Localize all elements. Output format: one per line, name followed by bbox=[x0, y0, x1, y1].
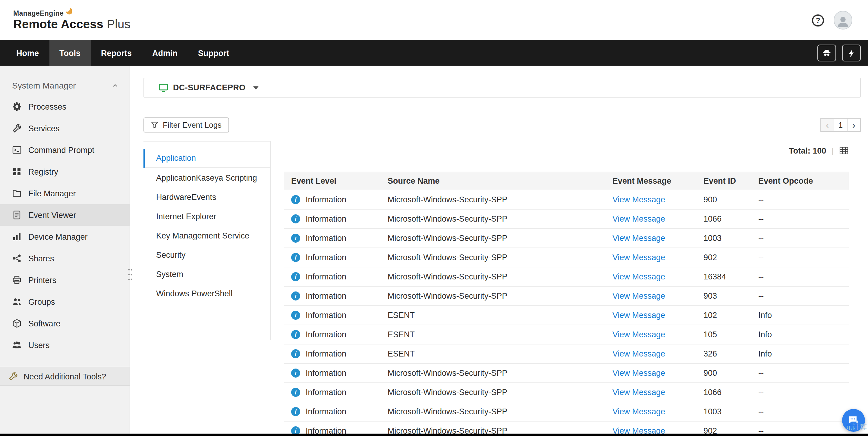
table-row: i Information Microsoft-Windows-Security… bbox=[284, 364, 849, 383]
sidebar-item-software[interactable]: Software bbox=[0, 312, 130, 334]
event-opcode: -- bbox=[751, 292, 849, 301]
category-item-security[interactable]: Security bbox=[144, 245, 270, 264]
bottom-edge bbox=[0, 434, 868, 436]
event-id: 1003 bbox=[696, 407, 751, 416]
view-message-link[interactable]: View Message bbox=[613, 311, 665, 320]
source-name: ESENT bbox=[380, 349, 605, 358]
view-message-link[interactable]: View Message bbox=[613, 272, 665, 281]
sidebar-item-registry[interactable]: Registry bbox=[0, 161, 130, 182]
table-body: i Information Microsoft-Windows-Security… bbox=[284, 190, 849, 436]
event-opcode: -- bbox=[751, 253, 849, 262]
need-additional-tools-label: Need Additional Tools? bbox=[24, 372, 106, 381]
view-message-link[interactable]: View Message bbox=[613, 407, 665, 416]
category-item-key-management-service[interactable]: Key Management Service bbox=[144, 226, 270, 245]
device-name: DC-SURFACEPRO bbox=[173, 83, 246, 92]
next-page-button[interactable]: › bbox=[847, 118, 861, 132]
event-id: 900 bbox=[696, 369, 751, 377]
app-root: ManageEngine Remote Access Plus ? HomeTo… bbox=[0, 0, 868, 436]
event-id: 902 bbox=[696, 253, 751, 262]
main-nav: HomeToolsReportsAdminSupport bbox=[0, 40, 868, 66]
view-message-link[interactable]: View Message bbox=[613, 253, 665, 262]
filter-event-logs-button[interactable]: Filter Event Logs bbox=[144, 118, 229, 133]
sidebar-item-users[interactable]: Users bbox=[0, 334, 130, 356]
view-message-link[interactable]: View Message bbox=[613, 369, 665, 377]
folder-icon bbox=[12, 189, 22, 198]
sidebar-item-command-prompt[interactable]: Command Prompt bbox=[0, 139, 130, 161]
view-message-link[interactable]: View Message bbox=[613, 195, 665, 204]
info-icon: i bbox=[291, 330, 300, 339]
table-view-icon[interactable] bbox=[839, 146, 849, 155]
category-item-applicationkaseya-scripting[interactable]: ApplicationKaseya Scripting bbox=[144, 168, 270, 187]
nav-item-support[interactable]: Support bbox=[188, 40, 240, 66]
event-id: 16384 bbox=[696, 272, 751, 281]
sidebar-item-services[interactable]: Services bbox=[0, 118, 130, 139]
table-row: i Information Microsoft-Windows-Security… bbox=[284, 383, 849, 402]
agent-spy-icon bbox=[822, 48, 831, 58]
sidebar-section-title: System Manager bbox=[12, 81, 76, 90]
total-count: Total: 100 bbox=[789, 146, 826, 155]
view-message-link[interactable]: View Message bbox=[613, 330, 665, 339]
category-item-system[interactable]: System bbox=[144, 264, 270, 283]
info-icon: i bbox=[291, 388, 300, 397]
sidebar-item-processes[interactable]: Processes bbox=[0, 96, 130, 118]
info-icon: i bbox=[291, 349, 300, 358]
sidebar-item-groups[interactable]: Groups bbox=[0, 291, 130, 312]
info-icon: i bbox=[291, 369, 300, 377]
view-message-link[interactable]: View Message bbox=[613, 388, 665, 397]
nav-item-reports[interactable]: Reports bbox=[91, 40, 142, 66]
sidebar-item-shares[interactable]: Shares bbox=[0, 247, 130, 269]
sidebar-item-file-manager[interactable]: File Manager bbox=[0, 182, 130, 204]
table-row: i Information Microsoft-Windows-Security… bbox=[284, 209, 849, 229]
source-name: Microsoft-Windows-Security-SPP bbox=[380, 272, 605, 281]
device-selector[interactable]: DC-SURFACEPRO bbox=[144, 78, 861, 98]
event-opcode: Info bbox=[751, 311, 849, 320]
live-chat-button[interactable] bbox=[842, 409, 865, 432]
lightning-bolt-icon bbox=[847, 48, 856, 58]
prev-page-button[interactable]: ‹ bbox=[820, 118, 834, 132]
user-avatar[interactable] bbox=[834, 11, 852, 30]
table-row: i Information Microsoft-Windows-Security… bbox=[284, 248, 849, 267]
printer-icon bbox=[12, 275, 22, 285]
event-opcode: -- bbox=[751, 272, 849, 281]
event-opcode: -- bbox=[751, 407, 849, 416]
chat-bubble-icon bbox=[847, 414, 860, 426]
tools-sidebar: System Manager Processes Services Comman… bbox=[0, 66, 130, 436]
source-name: Microsoft-Windows-Security-SPP bbox=[380, 253, 605, 262]
group-icon bbox=[12, 297, 22, 306]
help-icon[interactable]: ? bbox=[812, 14, 824, 26]
source-name: ESENT bbox=[380, 330, 605, 339]
source-name: Microsoft-Windows-Security-SPP bbox=[380, 407, 605, 416]
event-opcode: -- bbox=[751, 388, 849, 397]
sidebar-item-event-viewer[interactable]: Event Viewer bbox=[0, 204, 130, 226]
category-item-application[interactable]: Application bbox=[144, 149, 270, 168]
sidebar-resize-handle[interactable] bbox=[127, 267, 133, 282]
column-header-event-level: Event Level bbox=[284, 176, 380, 186]
sidebar-section-system-manager[interactable]: System Manager bbox=[0, 75, 130, 96]
event-level: Information bbox=[306, 253, 346, 262]
sidebar-item-printers[interactable]: Printers bbox=[0, 269, 130, 291]
view-message-link[interactable]: View Message bbox=[613, 349, 665, 358]
funnel-icon bbox=[151, 121, 158, 129]
info-icon: i bbox=[291, 195, 300, 204]
need-additional-tools-link[interactable]: Need Additional Tools? bbox=[0, 367, 130, 386]
category-item-windows-powershell[interactable]: Windows PowerShell bbox=[144, 283, 270, 303]
quick-actions-icon-button[interactable] bbox=[842, 44, 861, 61]
table-row: i Information ESENT View Message 105 Inf… bbox=[284, 325, 849, 344]
source-name: Microsoft-Windows-Security-SPP bbox=[380, 234, 605, 243]
view-message-link[interactable]: View Message bbox=[613, 234, 665, 243]
view-message-link[interactable]: View Message bbox=[613, 292, 665, 301]
view-message-link[interactable]: View Message bbox=[613, 214, 665, 224]
brand-name: ManageEngine bbox=[13, 9, 64, 16]
remote-control-icon-button[interactable] bbox=[817, 44, 836, 61]
brand-logo[interactable]: ManageEngine Remote Access Plus bbox=[13, 9, 130, 31]
nav-item-home[interactable]: Home bbox=[6, 40, 49, 66]
event-opcode: Info bbox=[751, 349, 849, 358]
event-level: Information bbox=[306, 234, 346, 243]
nav-item-admin[interactable]: Admin bbox=[142, 40, 188, 66]
category-item-hardwareevents[interactable]: HardwareEvents bbox=[144, 187, 270, 207]
event-level: Information bbox=[306, 272, 346, 281]
category-item-internet-explorer[interactable]: Internet Explorer bbox=[144, 207, 270, 226]
nav-item-tools[interactable]: Tools bbox=[49, 40, 91, 66]
computer-monitor-icon bbox=[158, 83, 168, 93]
sidebar-item-device-manager[interactable]: Device Manager bbox=[0, 226, 130, 247]
